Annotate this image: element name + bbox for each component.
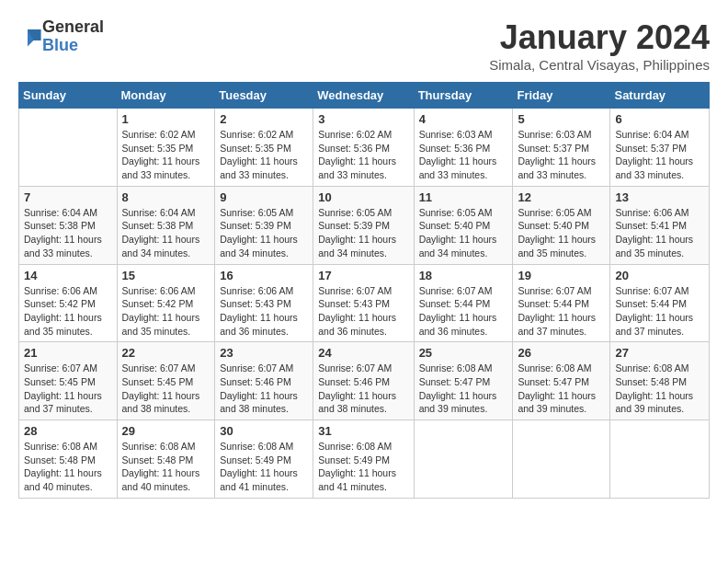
logo-text: General Blue — [42, 18, 104, 55]
location-title: Simala, Central Visayas, Philippines — [489, 57, 710, 73]
day-cell: 19Sunrise: 6:07 AMSunset: 5:44 PMDayligh… — [513, 264, 610, 342]
day-info: Sunrise: 6:07 AMSunset: 5:45 PMDaylight:… — [24, 362, 112, 416]
day-info: Sunrise: 6:08 AMSunset: 5:48 PMDaylight:… — [122, 440, 210, 494]
day-cell: 20Sunrise: 6:07 AMSunset: 5:44 PMDayligh… — [610, 264, 710, 342]
day-info: Sunrise: 6:04 AMSunset: 5:38 PMDaylight:… — [122, 206, 210, 260]
day-info: Sunrise: 6:02 AMSunset: 5:35 PMDaylight:… — [220, 128, 308, 182]
day-cell: 23Sunrise: 6:07 AMSunset: 5:46 PMDayligh… — [215, 342, 313, 420]
logo: General Blue — [18, 18, 104, 55]
week-row-3: 14Sunrise: 6:06 AMSunset: 5:42 PMDayligh… — [19, 264, 710, 342]
day-number: 24 — [318, 346, 408, 360]
day-cell: 26Sunrise: 6:08 AMSunset: 5:47 PMDayligh… — [513, 342, 610, 420]
header-cell-sunday: Sunday — [19, 83, 118, 109]
day-number: 17 — [318, 269, 408, 282]
day-info: Sunrise: 6:07 AMSunset: 5:43 PMDaylight:… — [318, 284, 408, 339]
logo-icon — [20, 26, 42, 48]
day-number: 4 — [419, 112, 508, 126]
day-number: 22 — [122, 346, 210, 360]
header-cell-monday: Monday — [117, 83, 215, 109]
week-row-1: 1Sunrise: 6:02 AMSunset: 5:35 PMDaylight… — [19, 109, 710, 187]
day-cell: 6Sunrise: 6:04 AMSunset: 5:37 PMDaylight… — [610, 109, 710, 187]
day-cell: 27Sunrise: 6:08 AMSunset: 5:48 PMDayligh… — [610, 342, 710, 420]
day-number: 27 — [615, 346, 704, 360]
day-number: 21 — [24, 346, 112, 360]
day-info: Sunrise: 6:08 AMSunset: 5:49 PMDaylight:… — [318, 440, 408, 494]
day-number: 11 — [419, 190, 508, 204]
day-cell: 11Sunrise: 6:05 AMSunset: 5:40 PMDayligh… — [414, 186, 513, 264]
day-number: 31 — [318, 424, 408, 438]
day-cell: 18Sunrise: 6:07 AMSunset: 5:44 PMDayligh… — [414, 264, 513, 342]
header-row: SundayMondayTuesdayWednesdayThursdayFrid… — [19, 83, 710, 109]
day-cell: 2Sunrise: 6:02 AMSunset: 5:35 PMDaylight… — [215, 109, 313, 187]
day-cell: 22Sunrise: 6:07 AMSunset: 5:45 PMDayligh… — [117, 342, 215, 420]
day-number: 26 — [518, 346, 605, 360]
day-info: Sunrise: 6:04 AMSunset: 5:38 PMDaylight:… — [24, 206, 112, 260]
day-cell: 5Sunrise: 6:03 AMSunset: 5:37 PMDaylight… — [513, 109, 610, 187]
day-info: Sunrise: 6:07 AMSunset: 5:44 PMDaylight:… — [615, 284, 704, 339]
day-cell: 29Sunrise: 6:08 AMSunset: 5:48 PMDayligh… — [117, 420, 215, 499]
day-number: 19 — [518, 269, 605, 282]
day-number: 7 — [24, 190, 112, 204]
day-cell — [19, 109, 118, 187]
day-number: 1 — [122, 112, 210, 126]
day-cell — [414, 420, 513, 499]
day-number: 13 — [615, 190, 704, 204]
day-info: Sunrise: 6:08 AMSunset: 5:48 PMDaylight:… — [615, 362, 704, 416]
day-info: Sunrise: 6:04 AMSunset: 5:37 PMDaylight:… — [615, 128, 704, 182]
month-title: January 2024 — [489, 18, 710, 57]
day-number: 14 — [24, 269, 112, 282]
day-info: Sunrise: 6:02 AMSunset: 5:36 PMDaylight:… — [318, 128, 408, 182]
week-row-4: 21Sunrise: 6:07 AMSunset: 5:45 PMDayligh… — [19, 342, 710, 420]
day-cell: 8Sunrise: 6:04 AMSunset: 5:38 PMDaylight… — [117, 186, 215, 264]
day-info: Sunrise: 6:08 AMSunset: 5:48 PMDaylight:… — [24, 440, 112, 494]
week-row-5: 28Sunrise: 6:08 AMSunset: 5:48 PMDayligh… — [19, 420, 710, 499]
day-number: 28 — [24, 424, 112, 438]
title-block: January 2024 Simala, Central Visayas, Ph… — [489, 18, 710, 73]
logo-blue: Blue — [42, 37, 104, 55]
header-cell-wednesday: Wednesday — [313, 83, 414, 109]
day-info: Sunrise: 6:07 AMSunset: 5:45 PMDaylight:… — [122, 362, 210, 416]
header-cell-tuesday: Tuesday — [215, 83, 313, 109]
day-cell: 24Sunrise: 6:07 AMSunset: 5:46 PMDayligh… — [313, 342, 414, 420]
day-info: Sunrise: 6:05 AMSunset: 5:39 PMDaylight:… — [318, 206, 408, 260]
day-number: 29 — [122, 424, 210, 438]
day-info: Sunrise: 6:07 AMSunset: 5:44 PMDaylight:… — [518, 284, 605, 339]
day-info: Sunrise: 6:05 AMSunset: 5:40 PMDaylight:… — [518, 206, 605, 260]
day-number: 9 — [220, 190, 308, 204]
day-number: 25 — [419, 346, 508, 360]
day-number: 8 — [122, 190, 210, 204]
day-info: Sunrise: 6:06 AMSunset: 5:43 PMDaylight:… — [220, 284, 308, 339]
day-number: 23 — [220, 346, 308, 360]
day-info: Sunrise: 6:05 AMSunset: 5:39 PMDaylight:… — [220, 206, 308, 260]
day-number: 5 — [518, 112, 605, 126]
day-number: 2 — [220, 112, 308, 126]
header-cell-saturday: Saturday — [610, 83, 710, 109]
day-number: 16 — [220, 269, 308, 282]
day-cell — [513, 420, 610, 499]
day-info: Sunrise: 6:08 AMSunset: 5:47 PMDaylight:… — [518, 362, 605, 416]
day-cell: 10Sunrise: 6:05 AMSunset: 5:39 PMDayligh… — [313, 186, 414, 264]
day-info: Sunrise: 6:07 AMSunset: 5:46 PMDaylight:… — [318, 362, 408, 416]
header-cell-friday: Friday — [513, 83, 610, 109]
day-number: 20 — [615, 269, 704, 282]
day-cell: 30Sunrise: 6:08 AMSunset: 5:49 PMDayligh… — [215, 420, 313, 499]
day-number: 15 — [122, 269, 210, 282]
day-cell: 1Sunrise: 6:02 AMSunset: 5:35 PMDaylight… — [117, 109, 215, 187]
day-info: Sunrise: 6:03 AMSunset: 5:36 PMDaylight:… — [419, 128, 508, 182]
day-cell: 25Sunrise: 6:08 AMSunset: 5:47 PMDayligh… — [414, 342, 513, 420]
day-cell: 16Sunrise: 6:06 AMSunset: 5:43 PMDayligh… — [215, 264, 313, 342]
calendar-header: SundayMondayTuesdayWednesdayThursdayFrid… — [19, 83, 710, 109]
day-number: 12 — [518, 190, 605, 204]
day-info: Sunrise: 6:08 AMSunset: 5:49 PMDaylight:… — [220, 440, 308, 494]
logo-general: General — [42, 18, 104, 37]
day-cell: 12Sunrise: 6:05 AMSunset: 5:40 PMDayligh… — [513, 186, 610, 264]
day-info: Sunrise: 6:08 AMSunset: 5:47 PMDaylight:… — [419, 362, 508, 416]
day-cell: 9Sunrise: 6:05 AMSunset: 5:39 PMDaylight… — [215, 186, 313, 264]
day-cell — [610, 420, 710, 499]
day-cell: 13Sunrise: 6:06 AMSunset: 5:41 PMDayligh… — [610, 186, 710, 264]
day-number: 18 — [419, 269, 508, 282]
day-cell: 15Sunrise: 6:06 AMSunset: 5:42 PMDayligh… — [117, 264, 215, 342]
day-info: Sunrise: 6:06 AMSunset: 5:41 PMDaylight:… — [615, 206, 704, 260]
day-cell: 4Sunrise: 6:03 AMSunset: 5:36 PMDaylight… — [414, 109, 513, 187]
day-cell: 17Sunrise: 6:07 AMSunset: 5:43 PMDayligh… — [313, 264, 414, 342]
